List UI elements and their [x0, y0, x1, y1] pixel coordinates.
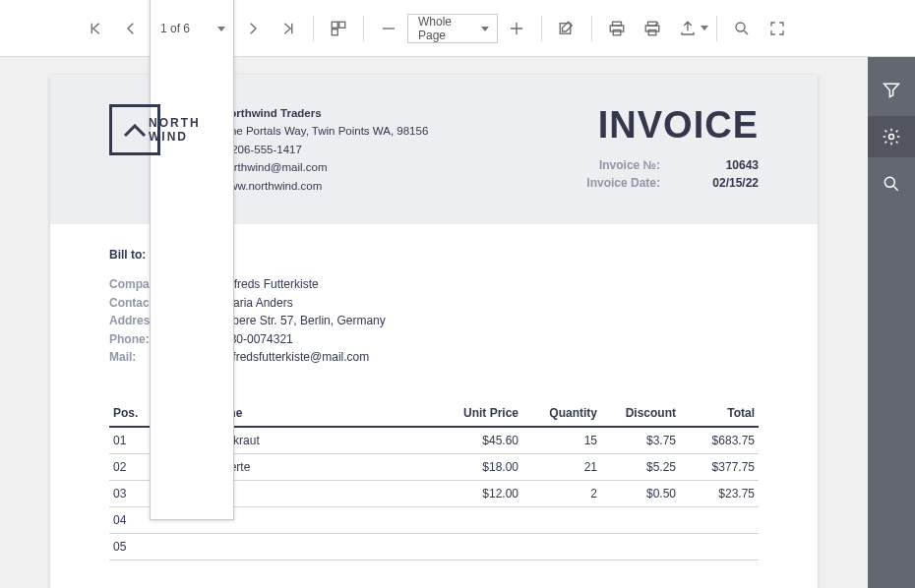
col-total: Total	[680, 400, 759, 427]
svg-rect-6	[613, 29, 621, 34]
cell-discount	[601, 506, 680, 533]
last-page-icon	[279, 20, 297, 37]
company-name: Northwind Traders	[221, 104, 428, 122]
zoom-selector[interactable]: Whole Page	[407, 14, 498, 43]
print-button[interactable]	[600, 12, 634, 45]
bill-address: Obere Str. 57, Berlin, Germany	[223, 312, 386, 330]
invoice-number-label: Invoice №:	[572, 156, 660, 174]
cell-unit: $45.60	[444, 427, 522, 454]
cell-discount: $5.25	[601, 453, 680, 480]
page-selector-value: 1 of 6	[160, 22, 190, 35]
cell-unit: $18.00	[444, 453, 522, 480]
cell-qty: 15	[522, 427, 601, 454]
cell-unit: $12.00	[444, 480, 522, 506]
document-viewport: NORTH WIND Northwind Traders One Portals…	[0, 57, 868, 588]
zoom-in-button[interactable]	[500, 12, 533, 45]
gear-icon	[882, 127, 901, 147]
svg-rect-2	[332, 29, 337, 34]
viewer-toolbar: 1 of 6 Whole Page	[0, 0, 915, 57]
separator	[541, 16, 542, 41]
svg-rect-0	[332, 22, 337, 28]
separator	[313, 16, 314, 41]
fullscreen-icon	[768, 20, 786, 37]
export-button[interactable]	[671, 12, 704, 45]
caret-down-icon	[481, 27, 489, 31]
logo-text-1: NORTH	[149, 116, 201, 130]
svg-point-10	[736, 23, 745, 31]
first-page-button[interactable]	[79, 12, 112, 45]
cell-total: $683.75	[680, 427, 759, 454]
svg-rect-9	[648, 29, 656, 34]
fullscreen-button[interactable]	[761, 12, 794, 45]
table-row: 05	[109, 533, 759, 559]
minus-icon	[380, 20, 397, 37]
cell-unit	[444, 533, 522, 559]
company-details: Northwind Traders One Portals Way, Twin …	[221, 104, 428, 195]
chevron-right-icon	[244, 20, 262, 37]
invoice-date-label: Invoice Date:	[572, 174, 660, 192]
bill-mail: alfredsfutterkiste@mail.com	[223, 348, 369, 367]
page-selector[interactable]: 1 of 6	[150, 0, 234, 520]
company-logo: NORTH WIND	[109, 104, 198, 173]
cell-qty	[522, 533, 601, 559]
bill-company: Alfreds Futterkiste	[223, 275, 319, 294]
company-web: www.northwind.com	[221, 177, 428, 195]
zoom-out-button[interactable]	[372, 12, 405, 45]
last-page-button[interactable]	[272, 12, 305, 45]
svg-point-11	[889, 135, 894, 140]
svg-point-12	[884, 177, 894, 187]
cell-discount: $3.75	[601, 427, 680, 454]
cell-qty: 2	[522, 480, 601, 506]
cell-discount: $0.50	[601, 480, 680, 506]
invoice-title: INVOICE	[572, 104, 759, 147]
filter-icon	[882, 80, 901, 99]
right-rail	[868, 57, 915, 588]
svg-rect-1	[339, 22, 345, 28]
col-unit: Unit Price	[444, 400, 522, 427]
invoice-number: 10643	[690, 156, 759, 174]
col-qty: Quantity	[522, 400, 601, 427]
thumbnails-icon	[330, 20, 347, 37]
company-email: northwind@mail.com	[221, 158, 428, 176]
cell-qty	[522, 506, 601, 533]
cell-total	[680, 533, 759, 559]
plus-icon	[508, 20, 525, 37]
cell-total: $23.75	[680, 480, 759, 506]
search-icon	[882, 174, 901, 194]
company-address: One Portals Way, Twin Points WA, 98156	[221, 122, 428, 140]
separator	[363, 16, 364, 41]
print-page-icon	[643, 20, 661, 37]
cell-qty: 21	[522, 453, 601, 480]
edit-button[interactable]	[550, 12, 583, 45]
cell-unit	[444, 506, 522, 533]
caret-down-icon	[701, 26, 708, 30]
thumbnails-button[interactable]	[322, 12, 355, 45]
cell-pos: 05	[109, 533, 158, 559]
chevron-left-icon	[122, 20, 140, 37]
edit-icon	[558, 20, 576, 37]
search-panel-button[interactable]	[868, 163, 915, 205]
filter-panel-button[interactable]	[868, 69, 915, 110]
settings-panel-button[interactable]	[868, 116, 915, 157]
separator	[591, 16, 592, 41]
invoice-date: 02/15/22	[690, 174, 759, 192]
caret-down-icon	[217, 27, 225, 31]
print-page-button[interactable]	[636, 12, 669, 45]
cell-total: $377.75	[680, 453, 759, 480]
cell-total	[680, 506, 759, 533]
chevron-up-icon	[123, 124, 147, 138]
company-phone: 1-206-555-1417	[221, 141, 428, 158]
separator	[716, 16, 717, 41]
col-discount: Discount	[601, 400, 680, 427]
search-icon	[733, 20, 751, 37]
search-button[interactable]	[725, 12, 759, 45]
zoom-selector-value: Whole Page	[418, 15, 473, 42]
print-icon	[608, 20, 626, 37]
cell-discount	[601, 533, 680, 559]
first-page-icon	[87, 20, 104, 37]
logo-text-2: WIND	[149, 130, 201, 144]
next-page-button[interactable]	[236, 12, 270, 45]
cell-product	[158, 533, 444, 559]
prev-page-button[interactable]	[114, 12, 148, 45]
export-icon	[679, 20, 697, 37]
